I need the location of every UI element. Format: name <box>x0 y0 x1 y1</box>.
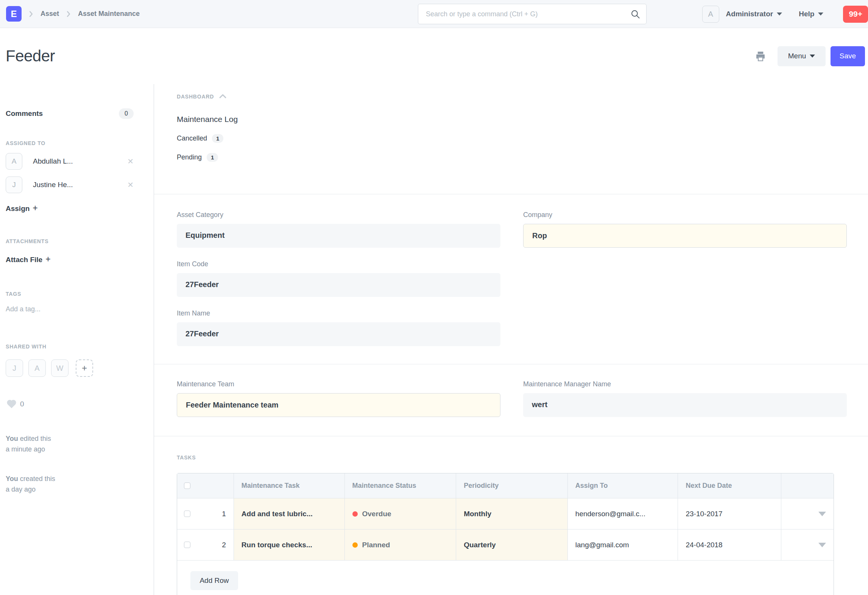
timeline: You edited this a minute ago You created… <box>6 434 148 495</box>
maintenance-team-input[interactable]: Feeder Maintenance team <box>177 393 500 417</box>
chevron-up-icon <box>218 93 227 100</box>
table-row: 1 Add and test lubric... Overdue Monthly… <box>177 498 834 529</box>
close-icon[interactable]: ✕ <box>127 180 134 189</box>
row-checkbox[interactable] <box>184 511 190 517</box>
periodicity-cell[interactable]: Quarterly <box>456 529 568 560</box>
table-row: 2 Run torque checks... Planned Quarterly… <box>177 529 834 561</box>
shared-avatar[interactable]: W <box>51 359 69 377</box>
cancelled-count-badge: 1 <box>212 134 223 143</box>
dashboard-section-toggle[interactable]: DASHBOARD <box>177 93 847 100</box>
assign-to-cell[interactable]: henderson@gmail.c... <box>568 498 678 529</box>
tasks-grid: Maintenance Task Maintenance Status Peri… <box>177 473 834 595</box>
chevron-down-icon <box>818 12 823 16</box>
maintenance-log-link[interactable]: Maintenance Log <box>177 115 238 124</box>
assigned-user-name[interactable]: Justine He... <box>33 181 73 189</box>
attach-file-button[interactable]: Attach File+ <box>6 254 148 264</box>
row-index: 1 <box>222 510 226 518</box>
maintenance-team-label: Maintenance Team <box>177 380 500 388</box>
plus-icon: + <box>33 203 37 213</box>
breadcrumb-asset-maintenance[interactable]: Asset Maintenance <box>78 10 140 18</box>
item-code-field: Item Code 27Feeder <box>177 260 500 297</box>
add-tag-input[interactable]: Add a tag... <box>6 305 148 313</box>
assign-to-cell[interactable]: lang@gmail.com <box>568 529 678 560</box>
shared-avatar[interactable]: J <box>6 359 23 377</box>
item-name-input[interactable]: 27Feeder <box>177 322 500 346</box>
notifications-badge[interactable]: 99+ <box>843 6 868 23</box>
row-expand-icon[interactable] <box>818 543 826 547</box>
item-name-field: Item Name 27Feeder <box>177 309 500 346</box>
maintenance-manager-label: Maintenance Manager Name <box>523 380 847 388</box>
tags-heading: TAGS <box>6 291 148 297</box>
help-menu-label: Help <box>799 10 814 18</box>
content-layout: Comments 0 ASSIGNED TO A Abdullah L... ✕… <box>0 84 868 595</box>
chevron-right-icon <box>27 10 35 18</box>
navbar-right: A Administrator Help 99+ <box>702 0 868 28</box>
task-cell[interactable]: Add and test lubric... <box>234 498 345 529</box>
avatar: J <box>6 176 22 193</box>
app-logo[interactable]: E <box>6 6 22 22</box>
row-checkbox[interactable] <box>184 542 190 548</box>
assigned-user-name[interactable]: Abdullah L... <box>33 157 73 166</box>
chevron-down-icon <box>810 55 815 58</box>
asset-category-label: Asset Category <box>177 211 500 219</box>
item-code-input[interactable]: 27Feeder <box>177 273 500 297</box>
comments-link[interactable]: Comments <box>6 109 43 118</box>
status-dot-icon <box>352 542 358 548</box>
tasks-grid-header: Maintenance Task Maintenance Status Peri… <box>177 473 834 498</box>
assign-button[interactable]: Assign+ <box>6 203 148 213</box>
maintenance-manager-input[interactable]: wert <box>523 393 847 417</box>
row-expand-icon[interactable] <box>818 512 826 516</box>
add-row-button[interactable]: Add Row <box>190 571 238 590</box>
status-cell[interactable]: Overdue <box>345 498 457 529</box>
asset-category-input[interactable]: Equipment <box>177 224 500 248</box>
company-label: Company <box>523 211 847 219</box>
next-due-date-cell[interactable]: 23-10-2017 <box>678 498 781 529</box>
item-name-label: Item Name <box>177 309 500 317</box>
company-input[interactable]: Rop <box>523 224 847 248</box>
search-input[interactable] <box>418 4 647 24</box>
col-periodicity: Periodicity <box>456 473 568 498</box>
pending-label: Pending <box>177 153 202 161</box>
row-index: 2 <box>222 541 226 549</box>
add-share-button[interactable]: + <box>76 359 93 377</box>
form-body: DASHBOARD Maintenance Log Cancelled 1 Pe… <box>154 84 868 595</box>
item-code-label: Item Code <box>177 260 500 268</box>
close-icon[interactable]: ✕ <box>127 157 134 166</box>
timeline-who: You <box>6 435 18 442</box>
save-button[interactable]: Save <box>831 46 865 66</box>
timeline-when: a minute ago <box>6 445 45 453</box>
print-icon[interactable] <box>755 51 766 62</box>
timeline-entry: You created this a day ago <box>6 474 148 495</box>
search-icon <box>630 9 640 21</box>
chevron-down-icon <box>777 12 782 16</box>
sidebar: Comments 0 ASSIGNED TO A Abdullah L... ✕… <box>0 84 154 595</box>
cancelled-stat[interactable]: Cancelled 1 <box>177 134 223 143</box>
page-title: Feeder <box>6 47 55 65</box>
assign-label: Assign <box>6 205 30 212</box>
help-menu[interactable]: Help <box>799 10 823 18</box>
shared-avatar[interactable]: A <box>28 359 46 377</box>
page-actions: Menu Save <box>755 46 865 66</box>
task-cell[interactable]: Run torque checks... <box>234 529 345 560</box>
assigned-user: A Abdullah L... ✕ <box>6 153 148 170</box>
timeline-action: edited this <box>18 435 51 442</box>
user-avatar[interactable]: A <box>702 6 719 23</box>
details-section: Asset Category Equipment Item Code 27Fee… <box>154 194 868 364</box>
chevron-right-icon <box>64 10 73 18</box>
team-section: Maintenance Team Feeder Maintenance team… <box>154 364 868 436</box>
comments-count-badge: 0 <box>119 108 134 119</box>
status-cell[interactable]: Planned <box>345 529 457 560</box>
periodicity-cell[interactable]: Monthly <box>456 498 568 529</box>
asset-category-field: Asset Category Equipment <box>177 211 500 248</box>
user-menu[interactable]: Administrator <box>726 10 782 18</box>
asset-maintenance-page: E Asset Asset Maintenance A Administrato… <box>0 0 868 595</box>
select-all-checkbox[interactable] <box>184 483 190 489</box>
plus-icon: + <box>45 254 50 264</box>
status-label: Overdue <box>362 510 391 518</box>
next-due-date-cell[interactable]: 24-04-2018 <box>678 529 781 560</box>
breadcrumb-asset[interactable]: Asset <box>41 10 59 18</box>
pending-stat[interactable]: Pending 1 <box>177 153 218 162</box>
menu-button[interactable]: Menu <box>778 46 826 66</box>
heart-icon[interactable] <box>6 398 17 410</box>
menu-button-label: Menu <box>788 52 806 60</box>
